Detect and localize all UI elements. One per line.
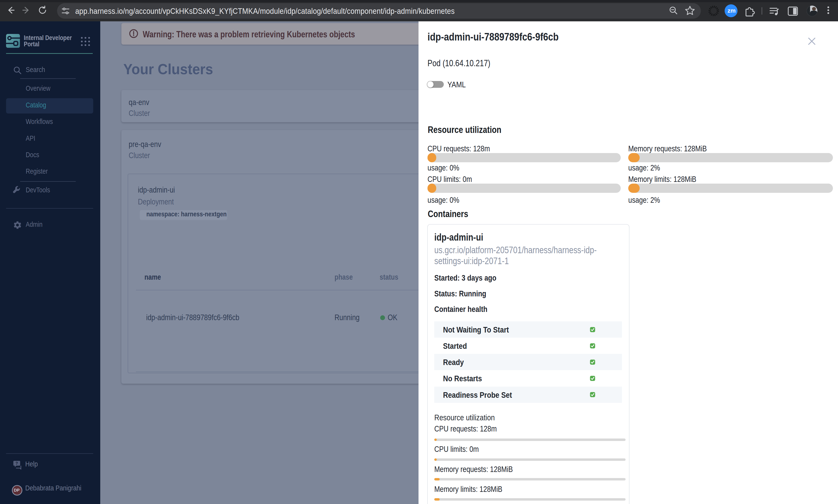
- svg-text:?: ?: [16, 461, 18, 465]
